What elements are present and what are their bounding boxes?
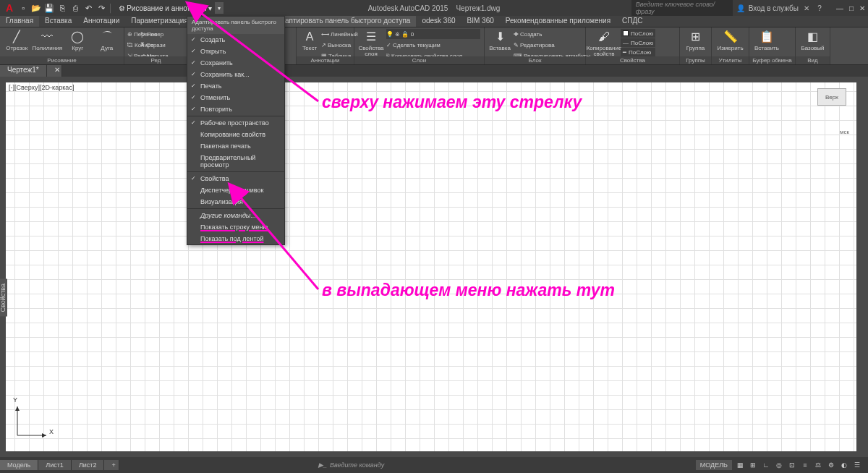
make-current-button[interactable]: ✓ Сделать текущим [386,40,398,50]
menu-item[interactable]: Копирование свойств [187,129,284,140]
menu-item[interactable]: Сохранить [187,57,284,69]
rotate-button[interactable]: ↻ Повер [140,29,152,39]
tab-parametric[interactable]: Параметризация [125,16,194,27]
signin-icon[interactable]: 👤 [736,3,746,13]
new-icon[interactable]: ▫ [17,2,29,14]
osnap-toggle-icon[interactable]: ⊡ [787,460,797,470]
insert-block-button[interactable]: ⬇Вставка [488,29,512,51]
edit-block-button[interactable]: ✎ Редактирова [514,40,525,50]
exchange-icon[interactable]: ✕ [801,3,812,13]
properties-palette-tab[interactable]: Свойства [0,279,7,317]
menu-item[interactable]: Печать [187,80,284,92]
lineweight-toggle-icon[interactable]: ≡ [800,460,810,470]
navigation-cube[interactable]: Верх [817,88,852,114]
qat-dropdown-arrow[interactable]: ▾ [215,2,224,14]
menu-item[interactable]: Повторить [187,103,284,115]
leader-button[interactable]: ↗ Выноска [321,40,333,50]
property-dropdowns: ПоСлою — ПоСлою ━ ПоСлою [621,29,655,56]
menu-item[interactable]: Предварительный просмотр [187,152,284,171]
customize-status-icon[interactable]: ☰ [852,460,862,470]
snap-toggle-icon[interactable]: ⊞ [748,460,758,470]
tab-a360[interactable]: odesk 360 [416,16,461,27]
paste-button[interactable]: 📋Вставить [752,29,781,51]
search-input[interactable]: Введите ключевое слово/фразу [631,0,733,16]
tab-home[interactable]: Главная [0,16,39,27]
help-icon[interactable]: ? [814,3,825,13]
workspace-selector[interactable]: ⚙ Рисование и аннотации ▾ [119,4,211,12]
layout-tab-sheet1[interactable]: Лист1 [38,460,72,470]
menu-item[interactable]: Открыть [187,46,284,57]
separator: │ [109,2,113,14]
save-icon[interactable]: 💾 [43,2,55,14]
clipboard-icon: 📋 [759,29,775,45]
dim-linear-button[interactable]: ⟷ Линейный [321,29,333,39]
ortho-toggle-icon[interactable]: ∟ [761,460,771,470]
menu-item[interactable]: Сохранить как... [187,69,284,80]
layout-tab-model[interactable]: Модель [0,460,38,470]
tab-annotate[interactable]: Аннотации [77,16,125,27]
svg-marker-2 [42,433,46,438]
mirror-button[interactable]: ⧗ Отрази [140,40,152,50]
menu-item[interactable]: Пакетная печать [187,140,284,152]
menu-separator [187,116,284,116]
lineweight-dropdown[interactable]: — ПоСлою [621,38,655,47]
layer-props-button[interactable]: ☰Свойства слоя [357,29,385,57]
annotation-scale-icon[interactable]: ⚖ [813,460,823,470]
linetype-dropdown[interactable]: ━ ПоСлою [621,48,655,56]
move-button[interactable]: ⊕ Перенес [127,29,139,39]
menu-item[interactable]: Диспетчер подшивок [187,184,284,196]
menu-item[interactable]: Создать [187,34,284,46]
undo-icon[interactable]: ↶ [82,2,94,14]
text-button[interactable]: AТекст [299,29,320,51]
menu-item[interactable]: Визуализация [187,196,284,208]
layer-dropdown[interactable]: 💡 ※ 🔒 0 [386,29,480,39]
open-icon[interactable]: 📂 [30,2,42,14]
tab-featured[interactable]: Рекомендованные приложения [500,16,616,27]
add-layout-button[interactable]: + [104,460,119,470]
tab-bim360[interactable]: BIM 360 [461,16,500,27]
app-logo-icon[interactable]: A [3,2,16,14]
menu-item[interactable]: Показать под лентой [187,233,284,244]
panel-annotations: AТекст ⟷ Линейный ↗ Выноска ▦ Таблица Ан… [297,27,354,64]
match-props-button[interactable]: 🖌Копирование свойств [589,29,619,57]
menu-item[interactable]: Показать строку меню [187,221,284,233]
close-icon[interactable]: ✕ [859,4,865,12]
tab-spds[interactable]: СПДС [616,16,648,27]
minimize-icon[interactable]: — [836,4,843,12]
document-tab[interactable]: Чертеж1* [0,65,47,77]
circle-button[interactable]: ◯Круг [64,29,92,51]
layout-tab-sheet2[interactable]: Лист2 [72,460,105,470]
maximize-icon[interactable]: □ [849,4,854,12]
base-view-button[interactable]: ◧Базовый [799,29,827,51]
signin-label[interactable]: Вход в службы [749,4,799,12]
menu-item[interactable]: Свойства [187,173,284,184]
menu-item[interactable]: Другие команды... [187,210,284,221]
isolate-icon[interactable]: ◐ [839,460,849,470]
workspace-switch-icon[interactable]: ⚙ [826,460,836,470]
measure-button[interactable]: 📏Измерить [715,29,746,51]
line-button[interactable]: ╱Отрезок [3,29,31,51]
text-icon: A [302,29,318,45]
group-button[interactable]: ⊞Группа [683,29,708,51]
color-dropdown[interactable]: ПоСлою [621,29,655,38]
copy-button[interactable]: ⿻ Копиро [127,40,139,50]
polyline-button[interactable]: 〰Полилиния [33,29,63,51]
menu-item[interactable]: Рабочее пространство [187,117,284,129]
model-space-button[interactable]: МОДЕЛЬ [696,460,732,470]
saveas-icon[interactable]: ⎘ [56,2,68,14]
new-doc-tab[interactable]: ✕ [47,65,62,77]
drawing-canvas[interactable]: [-][Сверху][2D-каркас] Свойства Верх мск… [0,77,868,457]
menu-item[interactable]: Отменить [187,92,284,103]
polar-toggle-icon[interactable]: ◎ [774,460,784,470]
redo-icon[interactable]: ↷ [95,2,107,14]
arc-button[interactable]: ⌒Дуга [93,29,122,51]
cube-face-top[interactable]: Верх [817,88,846,106]
command-line[interactable]: ▶_ Введите команду [318,461,384,469]
create-block-button[interactable]: ✚ Создать [514,29,525,39]
titlebar-right: Введите ключевое слово/фразу 👤 Вход в сл… [631,0,865,16]
viewport-controls[interactable]: [-][Сверху][2D-каркас] [9,84,74,91]
wcs-label[interactable]: мск [840,129,849,135]
print-icon[interactable]: ⎙ [69,2,81,14]
grid-toggle-icon[interactable]: ▦ [735,460,745,470]
tab-insert[interactable]: Вставка [39,16,77,27]
